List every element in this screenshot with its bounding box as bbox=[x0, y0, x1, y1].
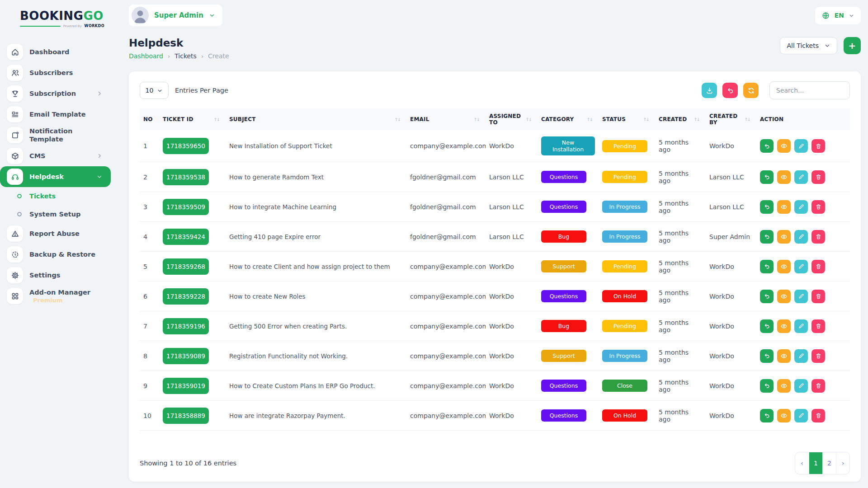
sidebar-item-system-setup[interactable]: System Setup bbox=[0, 205, 115, 223]
view-button[interactable] bbox=[777, 260, 791, 273]
sidebar-item-cms[interactable]: CMS bbox=[0, 145, 111, 166]
reply-button[interactable] bbox=[760, 170, 774, 184]
sort-icon[interactable]: ↑↓ bbox=[693, 117, 702, 122]
delete-button[interactable] bbox=[811, 379, 825, 393]
sidebar-item-subscription[interactable]: Subscription bbox=[0, 83, 111, 104]
delete-button[interactable] bbox=[811, 290, 825, 303]
view-button[interactable] bbox=[777, 409, 791, 422]
ticket-id-badge[interactable]: 1718359196 bbox=[163, 318, 209, 334]
pagination: ‹ 12› bbox=[795, 452, 850, 474]
edit-button[interactable] bbox=[794, 260, 808, 273]
reply-button[interactable] bbox=[760, 319, 774, 333]
view-button[interactable] bbox=[777, 349, 791, 363]
column-header-assigned-to[interactable]: ASSIGNED TO↑↓ bbox=[486, 108, 538, 130]
delete-button[interactable] bbox=[811, 349, 825, 363]
sort-icon[interactable]: ↑↓ bbox=[525, 117, 534, 122]
sort-icon[interactable]: ↑↓ bbox=[394, 117, 403, 122]
prev-page-button[interactable]: ‹ bbox=[795, 452, 809, 474]
view-button[interactable] bbox=[777, 290, 791, 303]
status-badge: Pending bbox=[602, 260, 647, 272]
edit-button[interactable] bbox=[794, 379, 808, 393]
edit-button[interactable] bbox=[794, 139, 808, 153]
delete-button[interactable] bbox=[811, 139, 825, 153]
sidebar-item-tickets[interactable]: Tickets bbox=[0, 187, 115, 205]
column-header-email[interactable]: EMAIL↑↓ bbox=[406, 108, 486, 130]
sidebar-item-dashboard[interactable]: Dashboard bbox=[0, 42, 111, 62]
ticket-id-badge[interactable]: 1718359424 bbox=[163, 229, 209, 245]
edit-button[interactable] bbox=[794, 230, 808, 244]
sidebar-item-add-on-manager[interactable]: Add-on Manager Premium bbox=[0, 286, 111, 306]
sort-icon[interactable]: ↑↓ bbox=[586, 117, 595, 122]
column-header-ticket-id[interactable]: TICKET ID↑↓ bbox=[159, 108, 226, 130]
sidebar-item-label: Add-on Manager bbox=[29, 288, 90, 296]
reply-button[interactable] bbox=[760, 349, 774, 363]
view-button[interactable] bbox=[777, 230, 791, 244]
edit-button[interactable] bbox=[794, 170, 808, 184]
back-button[interactable] bbox=[722, 83, 738, 98]
view-button[interactable] bbox=[777, 170, 791, 184]
sort-icon[interactable]: ↑↓ bbox=[213, 117, 222, 122]
sidebar-item-settings[interactable]: Settings bbox=[0, 265, 111, 286]
ticket-id-badge[interactable]: 1718359509 bbox=[163, 199, 209, 215]
view-button[interactable] bbox=[777, 319, 791, 333]
delete-button[interactable] bbox=[811, 319, 825, 333]
entries-per-page-select[interactable]: 10 bbox=[140, 82, 169, 99]
refresh-button[interactable] bbox=[743, 83, 759, 98]
user-menu[interactable]: Super Admin bbox=[129, 5, 222, 26]
reply-button[interactable] bbox=[760, 409, 774, 422]
edit-button[interactable] bbox=[794, 290, 808, 303]
edit-button[interactable] bbox=[794, 200, 808, 214]
column-header-subject[interactable]: SUBJECT↑↓ bbox=[226, 108, 406, 130]
delete-button[interactable] bbox=[811, 230, 825, 244]
column-header-status[interactable]: STATUS↑↓ bbox=[599, 108, 655, 130]
language-selector[interactable]: EN bbox=[815, 7, 861, 24]
ticket-id-badge[interactable]: 1718359538 bbox=[163, 169, 209, 185]
delete-button[interactable] bbox=[811, 170, 825, 184]
view-button[interactable] bbox=[777, 200, 791, 214]
sidebar-item-email-template[interactable]: Email Template bbox=[0, 104, 111, 125]
ticket-filter-select[interactable]: All Tickets bbox=[780, 37, 837, 54]
add-ticket-button[interactable]: + bbox=[844, 37, 861, 54]
column-header-created[interactable]: CREATED↑↓ bbox=[655, 108, 706, 130]
reply-button[interactable] bbox=[760, 230, 774, 244]
sort-icon[interactable]: ↑↓ bbox=[643, 117, 651, 122]
page-button-2[interactable]: 2 bbox=[822, 452, 836, 474]
delete-button[interactable] bbox=[811, 200, 825, 214]
export-button[interactable] bbox=[702, 83, 717, 98]
ticket-id-badge[interactable]: 1718359650 bbox=[163, 138, 209, 154]
column-header-created-by[interactable]: CREATED BY↑↓ bbox=[706, 108, 756, 130]
ticket-id-badge[interactable]: 1718358889 bbox=[163, 408, 209, 424]
view-button[interactable] bbox=[777, 379, 791, 393]
edit-button[interactable] bbox=[794, 409, 808, 422]
reply-button[interactable] bbox=[760, 290, 774, 303]
sidebar-item-backup-restore[interactable]: Backup & Restore bbox=[0, 244, 111, 265]
delete-button[interactable] bbox=[811, 260, 825, 273]
sidebar-item-report-abuse[interactable]: Report Abuse bbox=[0, 223, 111, 244]
reply-button[interactable] bbox=[760, 260, 774, 273]
sidebar-item-notification-template[interactable]: Notification Template bbox=[0, 125, 111, 145]
sidebar-item-helpdesk[interactable]: Helpdesk bbox=[0, 166, 111, 187]
sort-icon[interactable]: ↑↓ bbox=[744, 117, 753, 122]
circle-icon bbox=[17, 211, 22, 217]
sidebar-item-subscribers[interactable]: Subscribers bbox=[0, 62, 111, 83]
breadcrumb-tickets[interactable]: Tickets bbox=[175, 52, 197, 60]
column-header-category[interactable]: CATEGORY↑↓ bbox=[538, 108, 599, 130]
breadcrumb-dashboard[interactable]: Dashboard bbox=[129, 52, 163, 60]
reply-button[interactable] bbox=[760, 139, 774, 153]
logo[interactable]: BOOKINGGO Powered By WORKDO bbox=[0, 6, 115, 28]
next-page-button[interactable]: › bbox=[836, 452, 849, 474]
reply-button[interactable] bbox=[760, 200, 774, 214]
ticket-id-badge[interactable]: 1718359089 bbox=[163, 348, 209, 364]
search-input[interactable] bbox=[769, 81, 850, 99]
page-button-1[interactable]: 1 bbox=[809, 452, 822, 474]
edit-button[interactable] bbox=[794, 319, 808, 333]
reply-button[interactable] bbox=[760, 379, 774, 393]
sort-icon[interactable]: ↑↓ bbox=[473, 117, 482, 122]
ticket-id-badge[interactable]: 1718359268 bbox=[163, 258, 209, 275]
view-button[interactable] bbox=[777, 139, 791, 153]
category-badge: Questions bbox=[541, 380, 586, 392]
ticket-id-badge[interactable]: 1718359228 bbox=[163, 288, 209, 305]
ticket-id-badge[interactable]: 1718359019 bbox=[163, 378, 209, 394]
edit-button[interactable] bbox=[794, 349, 808, 363]
delete-button[interactable] bbox=[811, 409, 825, 422]
